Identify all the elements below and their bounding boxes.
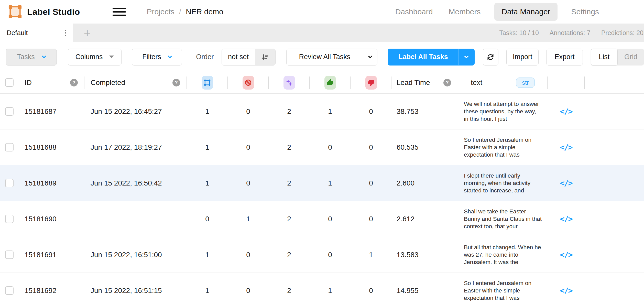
task-id: 15181688 — [18, 129, 84, 165]
row-checkbox[interactable] — [5, 143, 14, 151]
completed-at: Jun 15 2022, 16:45:27 — [84, 94, 187, 129]
breadcrumb-separator: / — [179, 7, 181, 16]
import-button[interactable]: Import — [506, 49, 539, 66]
lead-time-value: 60.535 — [391, 129, 459, 165]
nav-members[interactable]: Members — [446, 3, 483, 21]
columns-dropdown-button[interactable]: Columns — [68, 49, 121, 66]
source-code-icon[interactable]: </> — [560, 286, 572, 295]
tasks-count: Tasks: 10 / 10 — [499, 29, 539, 37]
nav-data-manager[interactable]: Data Manager — [494, 3, 557, 21]
view-mode-toggle: List Grid — [591, 49, 644, 66]
help-icon[interactable]: ? — [443, 79, 451, 86]
refresh-button[interactable] — [483, 49, 498, 66]
view-grid-button[interactable]: Grid — [618, 49, 644, 66]
row-checkbox[interactable] — [5, 215, 14, 223]
add-tab-button[interactable]: + — [73, 24, 101, 42]
tab-default[interactable]: Default — [0, 24, 73, 42]
predictions-value: 2 — [269, 94, 310, 129]
refresh-icon — [486, 53, 495, 61]
triangle-down-icon — [109, 56, 114, 58]
source-code-icon[interactable]: </> — [560, 214, 572, 223]
column-header-cancelled[interactable] — [228, 72, 269, 93]
rejected-value: 0 — [351, 201, 391, 237]
source-code-icon[interactable]: </> — [560, 143, 572, 152]
predictions-value: 2 — [269, 201, 310, 237]
view-tab-bar: Default + Tasks: 10 / 10 Annotations: 7 … — [0, 24, 644, 42]
sort-direction-button[interactable] — [255, 49, 275, 65]
annotations-value: 1 — [187, 94, 228, 129]
column-type-badge: str — [516, 78, 535, 88]
order-label: Order — [196, 53, 214, 61]
rejected-value: 0 — [351, 129, 391, 165]
source-code-icon[interactable]: </> — [560, 179, 572, 188]
app-title: Label Studio — [27, 7, 80, 17]
rejected-value: 1 — [351, 237, 391, 273]
table-row[interactable]: 15181689 Jun 15 2022, 16:50:42 1 0 2 1 0… — [0, 165, 644, 201]
cancelled-value: 1 — [228, 201, 269, 237]
review-dropdown-toggle[interactable] — [363, 49, 377, 65]
column-header-completed[interactable]: Completed ? — [84, 72, 187, 93]
nav-dashboard[interactable]: Dashboard — [393, 3, 435, 21]
table-row[interactable]: 15181688 Jun 17 2022, 18:19:27 1 0 2 0 0… — [0, 129, 644, 165]
label-all-tasks-button[interactable]: Label All Tasks — [388, 49, 475, 66]
help-icon[interactable]: ? — [172, 79, 180, 86]
column-header-lead-time[interactable]: Lead Time ? — [391, 72, 459, 93]
column-header-id[interactable]: ID ? — [18, 72, 84, 93]
table-row[interactable]: 15181692 Jun 15 2022, 16:51:15 1 0 2 1 0… — [0, 273, 644, 305]
table-row[interactable]: 15181687 Jun 15 2022, 16:45:27 1 0 2 1 0… — [0, 94, 644, 129]
column-header-accepted[interactable] — [310, 72, 351, 93]
completed-at: Jun 15 2022, 16:50:42 — [84, 165, 187, 201]
table-row[interactable]: 15181690 0 1 2 0 0 2.612 Shall we take t… — [0, 201, 644, 237]
cancelled-value: 0 — [228, 237, 269, 273]
predictions-value: 2 — [269, 273, 310, 305]
source-code-icon[interactable]: </> — [560, 107, 572, 116]
row-checkbox[interactable] — [5, 179, 14, 187]
predictions-value: 2 — [269, 129, 310, 165]
accepted-icon — [326, 79, 334, 86]
hamburger-menu-button[interactable] — [113, 7, 126, 17]
accepted-value: 1 — [310, 94, 351, 129]
review-all-tasks-button[interactable]: Review All Tasks — [286, 49, 377, 66]
table-row[interactable]: 15181691 Jun 15 2022, 16:51:00 1 0 2 0 1… — [0, 237, 644, 273]
tab-options-button[interactable] — [63, 28, 68, 38]
order-value-button[interactable]: not set — [222, 49, 275, 66]
export-button[interactable]: Export — [546, 49, 583, 66]
cancelled-value: 0 — [228, 94, 269, 129]
accepted-value: 0 — [310, 237, 351, 273]
annotations-count-total: Annotations: 7 — [550, 29, 591, 37]
column-header-rejected[interactable] — [351, 72, 391, 93]
view-list-button[interactable]: List — [591, 49, 618, 66]
column-header-annotations[interactable] — [187, 72, 228, 93]
main-nav: Dashboard Members Data Manager Settings — [393, 3, 601, 21]
row-checkbox[interactable] — [5, 107, 14, 116]
help-icon[interactable]: ? — [70, 79, 78, 86]
column-header-source[interactable] — [548, 72, 585, 93]
column-header-text[interactable]: text str — [459, 72, 548, 93]
annotations-value: 1 — [187, 237, 228, 273]
rejected-icon — [367, 79, 375, 86]
row-checkbox[interactable] — [5, 286, 14, 295]
filters-dropdown-button[interactable]: Filters — [132, 49, 182, 66]
breadcrumb-projects-link[interactable]: Projects — [147, 7, 174, 16]
completed-at — [84, 201, 187, 237]
label-all-dropdown-toggle[interactable] — [459, 49, 474, 65]
column-header-predictions[interactable] — [269, 72, 310, 93]
header-divider — [135, 0, 135, 24]
source-code-icon[interactable]: </> — [560, 250, 572, 259]
row-checkbox[interactable] — [5, 250, 14, 259]
accepted-value: 0 — [310, 201, 351, 237]
chevron-down-icon — [368, 54, 372, 58]
rejected-value: 0 — [351, 165, 391, 201]
accepted-value: 1 — [310, 165, 351, 201]
predictions-value: 2 — [269, 237, 310, 273]
accepted-value: 0 — [310, 129, 351, 165]
text-snippet: But all that changed. When he was 27, he… — [464, 244, 542, 266]
text-snippet: So I entered Jerusalem on Easter with a … — [464, 136, 542, 158]
select-all-checkbox[interactable] — [5, 78, 14, 87]
accepted-value: 1 — [310, 273, 351, 305]
text-snippet: We will not attempt to answer these ques… — [464, 100, 542, 123]
tasks-dropdown-button[interactable]: Tasks — [6, 49, 57, 66]
nav-settings[interactable]: Settings — [569, 3, 601, 21]
toolbar: Tasks Columns Filters Order not set Revi… — [0, 42, 644, 72]
table-header: ID ? Completed ? — [0, 72, 644, 94]
